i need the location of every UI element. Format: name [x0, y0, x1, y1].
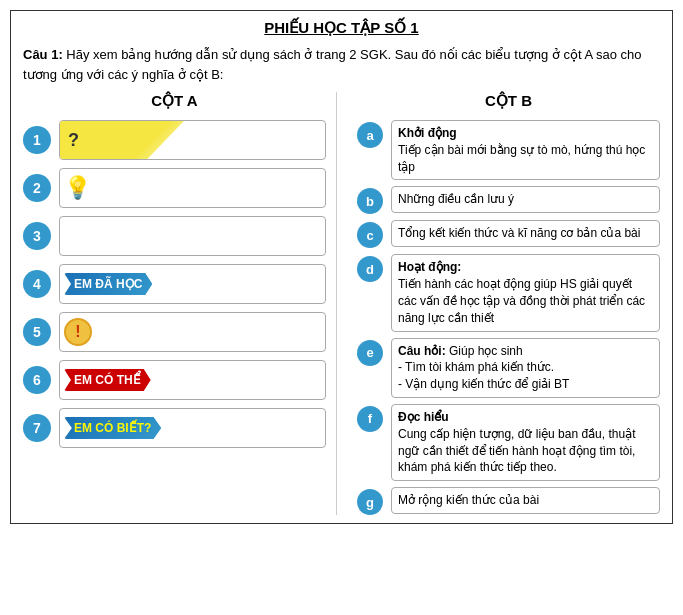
question-label: Câu 1: — [23, 47, 63, 62]
item-box-inner-5: ! — [60, 313, 325, 351]
b-box-a-text: Tiếp cận bài mới bằng sự tò mò, hứng thú… — [398, 143, 645, 174]
question-body: Hãy xem bảng hướng dẫn sử dụng sách ở tr… — [23, 47, 642, 82]
col-b-items: a Khởi động Tiếp cận bài mới bằng sự tò … — [357, 120, 660, 515]
b-box-e-title: Câu hỏi: — [398, 344, 446, 358]
item1-content: ? — [60, 121, 325, 159]
number-circle-6: 6 — [23, 366, 51, 394]
col-b-header: CỘT B — [357, 92, 660, 110]
b-box-g: Mở rộng kiến thức của bài — [391, 487, 660, 514]
letter-circle-c: c — [357, 222, 383, 248]
number-circle-1: 1 — [23, 126, 51, 154]
em-da-hoc-label: EM ĐÃ HỌC — [64, 273, 152, 295]
col-b-item-a: a Khởi động Tiếp cận bài mới bằng sự tò … — [357, 120, 660, 180]
em-co-the-label: EM CÓ THỂ — [64, 369, 151, 391]
b-box-e-subtitle: Giúp học sinh — [449, 344, 523, 358]
col-b-item-e: e Câu hỏi: Giúp học sinh - Tìm tòi khám … — [357, 338, 660, 398]
col-a-item-7: 7 EM CÓ BIẾT? — [23, 408, 326, 448]
b-box-b: Những điều cần lưu ý — [391, 186, 660, 213]
col-a-items: 1 ? 2 💡 — [23, 120, 326, 448]
columns-container: CỘT A 1 ? 2 — [23, 92, 660, 515]
b-box-d: Hoạt động: Tiến hành các hoạt động giúp … — [391, 254, 660, 331]
col-b: CỘT B a Khởi động Tiếp cận bài mới bằng … — [347, 92, 660, 515]
col-a-item-6: 6 EM CÓ THỂ — [23, 360, 326, 400]
number-circle-5: 5 — [23, 318, 51, 346]
col-a-item-3: 3 — [23, 216, 326, 256]
col-b-item-d: d Hoạt động: Tiến hành các hoạt động giú… — [357, 254, 660, 331]
item-box-5: ! — [59, 312, 326, 352]
item-box-7: EM CÓ BIẾT? — [59, 408, 326, 448]
b-box-e-text: - Tìm tòi khám phá kiến thức.- Vận dụng … — [398, 360, 569, 391]
letter-circle-b: b — [357, 188, 383, 214]
letter-circle-g: g — [357, 489, 383, 515]
b-box-d-text: Tiến hành các hoạt động giúp HS giải quy… — [398, 277, 645, 325]
em-co-biet-label: EM CÓ BIẾT? — [64, 417, 161, 439]
col-a-item-4: 4 EM ĐÃ HỌC — [23, 264, 326, 304]
b-box-c: Tổng kết kiến thức và kĩ năng cơ bản của… — [391, 220, 660, 247]
item-box-4: EM ĐÃ HỌC — [59, 264, 326, 304]
item1-yellow-bg — [60, 121, 206, 159]
item-box-inner-4: EM ĐÃ HỌC — [60, 265, 325, 303]
number-circle-4: 4 — [23, 270, 51, 298]
exclamation-icon: ! — [64, 318, 92, 346]
b-box-g-text: Mở rộng kiến thức của bài — [398, 493, 539, 507]
item-box-1: ? — [59, 120, 326, 160]
item-box-6: EM CÓ THỂ — [59, 360, 326, 400]
col-b-item-f: f Đọc hiểu Cung cấp hiện tượng, dữ liệu … — [357, 404, 660, 481]
item-box-inner-6: EM CÓ THỂ — [60, 361, 325, 399]
col-b-item-c: c Tổng kết kiến thức và kĩ năng cơ bản c… — [357, 220, 660, 248]
letter-circle-d: d — [357, 256, 383, 282]
b-box-f-text: Cung cấp hiện tượng, dữ liệu ban đầu, th… — [398, 427, 635, 475]
b-box-d-title: Hoạt động: — [398, 260, 461, 274]
col-a-item-2: 2 💡 — [23, 168, 326, 208]
letter-circle-a: a — [357, 122, 383, 148]
b-box-a-title: Khởi động — [398, 126, 457, 140]
col-a-item-1: 1 ? — [23, 120, 326, 160]
item-box-3 — [59, 216, 326, 256]
number-circle-2: 2 — [23, 174, 51, 202]
question-mark-icon: ? — [68, 130, 79, 151]
b-box-f-title: Đọc hiểu — [398, 410, 449, 424]
col-b-item-b: b Những điều cần lưu ý — [357, 186, 660, 214]
item-box-2: 💡 — [59, 168, 326, 208]
number-circle-3: 3 — [23, 222, 51, 250]
letter-circle-e: e — [357, 340, 383, 366]
letter-circle-f: f — [357, 406, 383, 432]
b-box-a: Khởi động Tiếp cận bài mới bằng sự tò mò… — [391, 120, 660, 180]
b-box-c-text: Tổng kết kiến thức và kĩ năng cơ bản của… — [398, 226, 640, 240]
main-container: PHIẾU HỌC TẬP SỐ 1 Câu 1: Hãy xem bảng h… — [10, 10, 673, 524]
item-box-inner-7: EM CÓ BIẾT? — [60, 409, 325, 447]
number-circle-7: 7 — [23, 414, 51, 442]
col-a-header: CỘT A — [23, 92, 326, 110]
col-a: CỘT A 1 ? 2 — [23, 92, 337, 515]
b-box-b-text: Những điều cần lưu ý — [398, 192, 514, 206]
question-text: Câu 1: Hãy xem bảng hướng dẫn sử dụng sá… — [23, 45, 660, 84]
col-b-item-g: g Mở rộng kiến thức của bài — [357, 487, 660, 515]
item-box-inner-2: 💡 — [60, 169, 325, 207]
page-title: PHIẾU HỌC TẬP SỐ 1 — [23, 19, 660, 37]
b-box-f: Đọc hiểu Cung cấp hiện tượng, dữ liệu ba… — [391, 404, 660, 481]
col-a-item-5: 5 ! — [23, 312, 326, 352]
bulb-icon: 💡 — [64, 175, 91, 201]
b-box-e: Câu hỏi: Giúp học sinh - Tìm tòi khám ph… — [391, 338, 660, 398]
